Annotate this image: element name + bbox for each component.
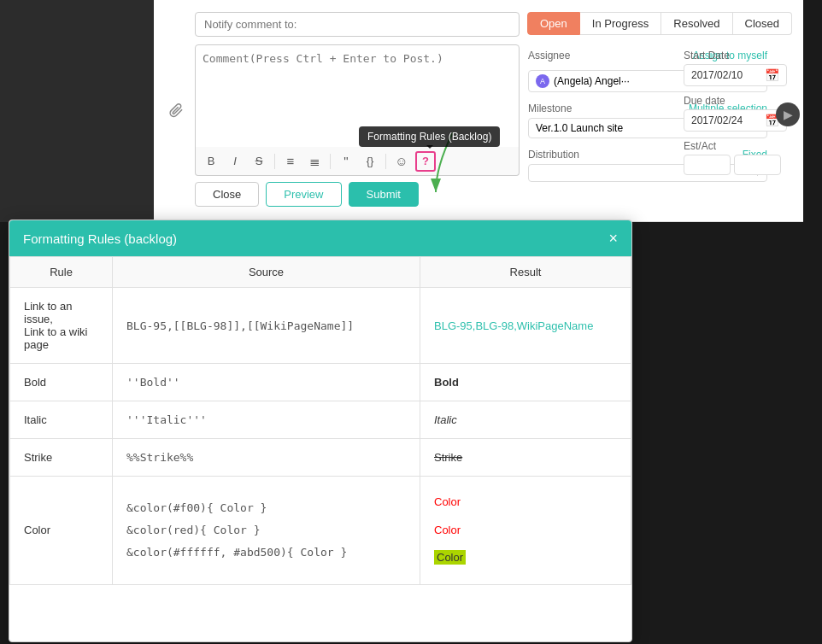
dialog-body: Rule Source Result Link to an issue,Link… — [9, 256, 631, 641]
rule-cell: Link to an issue,Link to a wiki page — [10, 288, 113, 364]
due-date-label: Due date — [684, 95, 787, 107]
toolbar-sep-1 — [274, 154, 275, 169]
toolbar-sep-3 — [385, 154, 386, 169]
result-cell: Strike — [420, 439, 631, 477]
result-color-named: Color — [434, 524, 461, 536]
source-cell: '''Italic''' — [113, 401, 420, 439]
avatar: A — [536, 74, 549, 88]
col-result: Result — [420, 257, 631, 288]
nav-arrow-btn[interactable]: ▶ — [776, 102, 800, 126]
distribution-label: Distribution — [528, 149, 579, 161]
table-row: Strike %%Strike%% Strike — [10, 439, 631, 477]
notify-input-wrap — [195, 12, 520, 37]
due-date-input[interactable] — [691, 114, 760, 126]
notify-input[interactable] — [195, 12, 520, 37]
dialog-title: Formatting Rules (backlog) — [23, 231, 177, 246]
start-date-label: Start Date — [684, 50, 787, 61]
table-row: Bold ''Bold'' Bold — [10, 364, 631, 401]
source-cell: &color(#f00){ Color } &color(red){ Color… — [113, 477, 420, 585]
help-btn[interactable]: ? — [415, 151, 436, 172]
ul-btn[interactable]: ≡ — [280, 151, 301, 172]
rule-cell: Strike — [10, 439, 113, 477]
dialog-header: Formatting Rules (backlog) × — [9, 220, 631, 256]
status-in-progress-btn[interactable]: In Progress — [580, 12, 661, 35]
rule-cell: Color — [10, 477, 113, 585]
result-strike: Strike — [434, 451, 462, 464]
dialog-close-btn[interactable]: × — [608, 231, 618, 246]
preview-button[interactable]: Preview — [266, 182, 341, 207]
act-input[interactable] — [734, 155, 781, 175]
formatting-rules-dialog: Formatting Rules (backlog) × Rule Source… — [9, 220, 632, 642]
status-closed-btn[interactable]: Closed — [733, 12, 792, 35]
italic-btn[interactable]: I — [225, 151, 245, 172]
action-buttons: Close Preview Submit — [195, 182, 419, 207]
start-date-input[interactable] — [691, 69, 760, 81]
milestone-label: Milestone — [528, 102, 572, 114]
est-act-label: Est/Act — [684, 140, 787, 152]
strike-btn[interactable]: S — [249, 151, 269, 172]
start-date-group: Start Date 📅 — [684, 50, 787, 86]
table-row: Link to an issue,Link to a wiki page BLG… — [10, 288, 631, 364]
close-button[interactable]: Close — [195, 182, 259, 207]
result-cell: Bold — [420, 364, 631, 401]
est-act-inputs — [684, 155, 787, 175]
result-color-highlight: Color — [434, 550, 466, 565]
emoji-btn[interactable]: ☺ — [391, 151, 412, 172]
status-resolved-btn[interactable]: Resolved — [661, 12, 732, 35]
bold-btn[interactable]: B — [201, 151, 221, 172]
col-rule: Rule — [10, 257, 113, 288]
result-cell: Color Color Color — [420, 477, 631, 585]
formatting-table: Rule Source Result Link to an issue,Link… — [9, 256, 631, 585]
submit-button[interactable]: Submit — [349, 182, 419, 207]
tooltip: Formatting Rules (Backlog) — [359, 126, 500, 147]
result-bold: Bold — [434, 376, 459, 389]
rule-cell: Italic — [10, 401, 113, 439]
due-date-input-row: 📅 — [684, 109, 787, 132]
due-date-group: Due date 📅 — [684, 95, 787, 132]
attach-icon[interactable] — [164, 98, 188, 122]
result-link: BLG-95,BLG-98,WikiPageName — [434, 319, 593, 332]
quote-btn[interactable]: " — [336, 151, 356, 172]
source-cell: BLG-95,[[BLG-98]],[[WikiPageName]] — [113, 288, 420, 364]
rule-cell: Bold — [10, 364, 113, 401]
assignee-label: Assignee — [528, 50, 592, 61]
start-date-input-row: 📅 — [684, 64, 787, 86]
editor-toolbar: B I S ≡ ≣ " {} ☺ ? — [195, 147, 520, 176]
table-row: Color &color(#f00){ Color } &color(red){… — [10, 477, 631, 585]
est-act-group: Est/Act — [684, 140, 787, 175]
code-btn[interactable]: {} — [360, 151, 380, 172]
source-cell: ''Bold'' — [113, 364, 420, 401]
source-cell: %%Strike%% — [113, 439, 420, 477]
start-date-calendar-icon[interactable]: 📅 — [765, 68, 779, 82]
table-row: Italic '''Italic''' Italic — [10, 401, 631, 439]
est-input[interactable] — [684, 155, 731, 175]
status-open-btn[interactable]: Open — [527, 12, 580, 35]
status-bar: Open In Progress Resolved Closed — [527, 12, 792, 35]
ol-btn[interactable]: ≣ — [304, 151, 325, 172]
table-header-row: Rule Source Result — [10, 257, 631, 288]
result-color-red: Color — [434, 495, 461, 508]
date-fields: Start Date 📅 Due date 📅 Est/Act — [684, 50, 787, 175]
toolbar-sep-2 — [330, 154, 331, 169]
result-italic: Italic — [434, 413, 457, 426]
col-source: Source — [113, 257, 420, 288]
result-cell: Italic — [420, 401, 631, 439]
result-cell: BLG-95,BLG-98,WikiPageName — [420, 288, 631, 364]
